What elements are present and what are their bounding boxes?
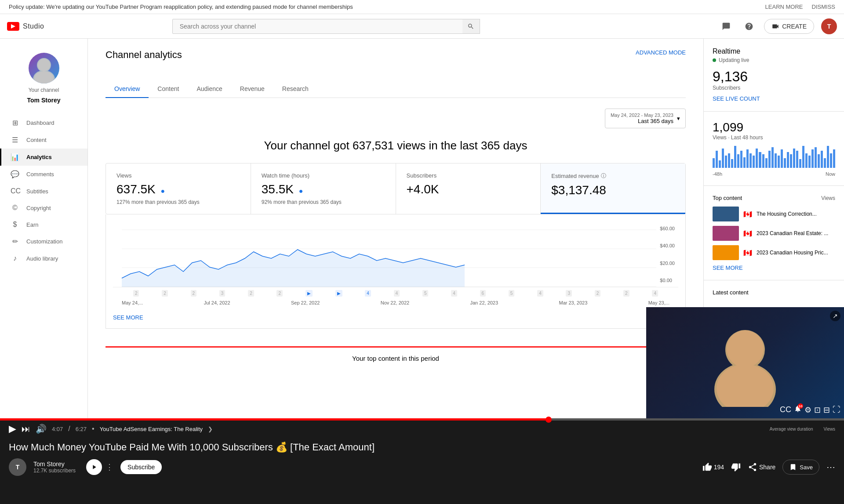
like-button[interactable]: 194: [702, 462, 724, 472]
sidebar-label-subtitles: Subtitles: [26, 188, 48, 195]
nav-indicator: 4: [652, 290, 658, 297]
dismiss-link[interactable]: DISMISS: [812, 4, 835, 10]
share-icon: [748, 462, 757, 472]
see-more-content-link[interactable]: SEE MORE: [713, 265, 835, 271]
date-nav-indicators: 2 2 2 3 2 2 ▶ ▶ 4 4 5 4 6 5 4 3 2: [113, 287, 678, 298]
share-button[interactable]: Share: [748, 462, 775, 472]
chart-bars: [113, 221, 678, 287]
mini-bar-segment: [781, 149, 783, 168]
see-more-link[interactable]: SEE MORE: [113, 314, 143, 321]
sidebar-item-earn[interactable]: $ Earn: [0, 216, 87, 233]
revenue-info-icon[interactable]: ⓘ: [601, 172, 606, 180]
notification-badge: 10: [798, 403, 803, 409]
nav-indicator: 2: [276, 290, 283, 297]
advanced-mode-link[interactable]: ADVANCED MODE: [636, 49, 686, 56]
search-icon: [467, 23, 474, 30]
video-popup-miniplayer-button[interactable]: ⊡: [814, 405, 821, 415]
channel-info-row: T Tom Storey 12.7K subscribers ⋮ Subscri…: [0, 456, 844, 479]
sidebar-item-customization[interactable]: ✏ Customization: [0, 233, 87, 250]
metric-card-subscribers[interactable]: Subscribers +4.0K: [396, 163, 541, 214]
x-label-5: Jan 22, 2023: [470, 300, 498, 305]
player-next-chevron[interactable]: ❯: [208, 426, 213, 432]
chevron-down-icon: ▾: [677, 115, 680, 122]
create-button[interactable]: CREATE: [764, 19, 814, 34]
see-live-count-link[interactable]: SEE LIVE COUNT: [713, 95, 760, 102]
top-content-item-1[interactable]: 🇨🇦 The Housing Correction...: [713, 207, 835, 221]
dislike-button[interactable]: [731, 462, 741, 472]
nav-indicator: 4: [451, 290, 457, 297]
metric-card-watch-time[interactable]: Watch time (hours) 35.5K ● 92% more than…: [251, 163, 396, 214]
x-label-6: Mar 23, 2023: [559, 300, 587, 305]
tab-overview[interactable]: Overview: [106, 80, 149, 98]
views-stat: Views: [824, 427, 836, 431]
mini-bar-segment: [808, 156, 811, 168]
channel-avatar[interactable]: [29, 53, 59, 83]
video-player-bottom: ▶ ⏭ 🔊 4:07 / 6:27 • YouTube AdSense Earn…: [0, 418, 844, 504]
tab-audience[interactable]: Audience: [188, 80, 231, 98]
mini-bar-segment: [775, 153, 777, 168]
video-popup-fullscreen-button[interactable]: ⛶: [833, 405, 840, 415]
sidebar-item-subtitles[interactable]: CC Subtitles: [0, 183, 87, 199]
metric-card-views[interactable]: Views 637.5K ● 127% more than previous 3…: [106, 163, 251, 214]
next-button[interactable]: ⏭: [22, 424, 30, 434]
like-count: 194: [714, 464, 724, 471]
tab-revenue[interactable]: Revenue: [231, 80, 273, 98]
top-content-item-2[interactable]: 🇨🇦 2023 Canadian Real Estate: ...: [713, 226, 835, 241]
video-popup-settings-button[interactable]: ⚙: [804, 405, 811, 415]
search-bar-container: [172, 19, 480, 34]
sidebar-item-content[interactable]: ☰ Content: [0, 131, 87, 149]
learn-more-link[interactable]: LEARN MORE: [765, 4, 803, 10]
play-button[interactable]: ▶: [9, 423, 16, 435]
player-right-stats: Average view duration Views: [770, 427, 835, 431]
top-content-section: Top content Views 🇨🇦 The Housing Correct…: [704, 186, 844, 280]
top-content-item-3[interactable]: 🇨🇦 2023 Canadian Housing Pric...: [713, 245, 835, 260]
date-range-section: May 24, 2022 - May 23, 2023 Last 365 day…: [106, 109, 686, 128]
sidebar-label-customization: Customization: [26, 238, 62, 245]
more-options-button[interactable]: ⋯: [826, 462, 835, 472]
help-button[interactable]: [741, 18, 757, 34]
metric-card-revenue[interactable]: Estimated revenue ⓘ $3,137.48: [541, 163, 685, 214]
feedback-button[interactable]: [718, 18, 734, 34]
sidebar-item-copyright[interactable]: © Copyright: [0, 199, 87, 216]
sidebar-item-comments[interactable]: 💬 Comments: [0, 166, 87, 183]
sidebar-item-dashboard[interactable]: ⊞ Dashboard: [0, 114, 87, 131]
revenue-value: $3,137.48: [551, 183, 675, 197]
mini-bar-segment: [827, 146, 829, 168]
x-label-7: May 23,...: [648, 300, 669, 305]
mini-bar-segment: [771, 147, 774, 168]
mini-bar-segment: [811, 149, 814, 168]
date-range-label: May 24, 2022 - May 23, 2023: [611, 112, 673, 118]
save-button[interactable]: Save: [782, 460, 819, 475]
y-label-0: $0.00: [660, 278, 675, 283]
channel-play-button[interactable]: [86, 459, 102, 475]
policy-banner: Policy update: We're updating our YouTub…: [0, 0, 844, 14]
metric-cards: Views 637.5K ● 127% more than previous 3…: [106, 163, 686, 214]
video-popup-siri-button[interactable]: ↗: [830, 311, 840, 321]
sidebar-item-audio-library[interactable]: ♪ Audio library: [0, 250, 87, 267]
tab-content[interactable]: Content: [149, 80, 188, 98]
nav-indicator: 2: [623, 290, 629, 297]
video-popup-subtitles-button[interactable]: CC: [780, 405, 791, 415]
search-button[interactable]: [462, 19, 480, 34]
audio-library-icon: ♪: [11, 254, 19, 262]
player-progress-fill: [0, 418, 549, 421]
sidebar-item-analytics[interactable]: 📊 Analytics: [0, 149, 87, 166]
subscribers-label: Subscribers: [407, 172, 530, 179]
content-flag-3: 🇨🇦: [743, 249, 752, 257]
youtube-logo[interactable]: [7, 22, 19, 31]
date-range-button[interactable]: May 24, 2022 - May 23, 2023 Last 365 day…: [605, 109, 686, 128]
search-input[interactable]: [172, 19, 480, 34]
tab-research[interactable]: Research: [273, 80, 317, 98]
video-popup-theater-button[interactable]: ⊟: [823, 405, 830, 415]
mini-bar-segment: [784, 158, 786, 168]
player-controls: ▶ ⏭ 🔊 4:07 / 6:27 • YouTube AdSense Earn…: [0, 421, 844, 437]
channel-more-button[interactable]: ⋮: [106, 462, 113, 472]
nav-indicator: 3: [219, 290, 226, 297]
realtime-section: Realtime Updating live 9,136 Subscribers…: [704, 39, 844, 112]
nav-indicator: 4: [365, 290, 371, 297]
user-avatar[interactable]: T: [821, 18, 837, 34]
volume-button[interactable]: 🔊: [36, 424, 47, 434]
player-progress-bar[interactable]: [0, 418, 844, 421]
subscribe-button[interactable]: Subscribe: [120, 460, 162, 474]
watch-time-positive-indicator: ●: [299, 187, 303, 195]
